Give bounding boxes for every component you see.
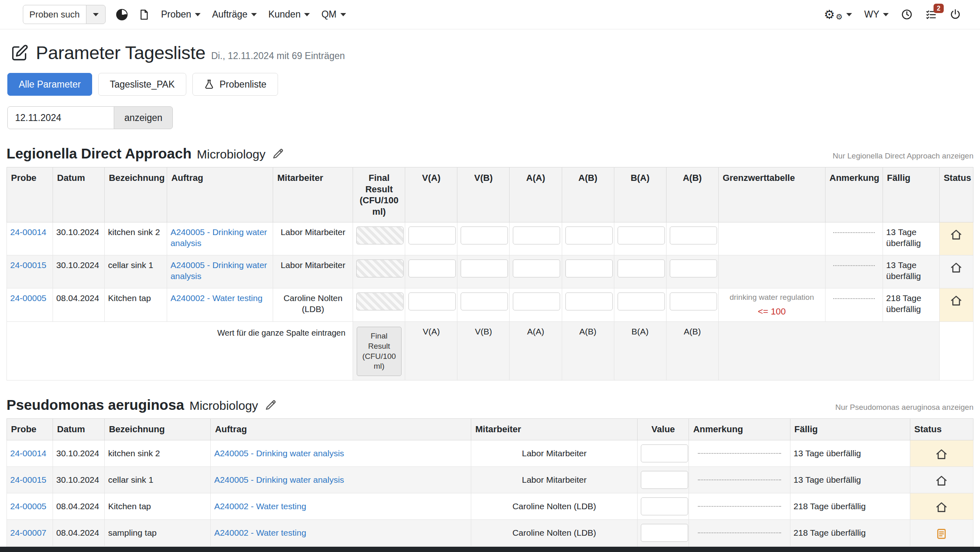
chevron-down-icon [93,13,99,16]
mitarbeiter-cell: Labor Mitarbeiter [471,440,637,466]
show-only-legionella-link[interactable]: Nur Legionella Direct Approach anzeigen [833,152,973,161]
table-header-row: Probe Datum Bezeichnung Auftrag Mitarbei… [7,167,973,222]
column-fill-label: Wert für die ganze Spalte eintragen [217,328,345,337]
power-icon[interactable] [949,9,961,20]
probenliste-button[interactable]: Probenliste [192,73,278,96]
input-aa[interactable] [513,260,560,277]
faellig-cell: 13 Tage überfällig [790,466,910,493]
input-vb[interactable] [461,260,508,277]
input-va[interactable] [408,260,456,277]
status-cell [939,288,973,322]
table-row: 24-00005 08.04.2024 Kitchen tap A240002 … [7,493,973,519]
settings-menu[interactable]: ⚙⚙ [824,8,852,21]
auftrag-link[interactable]: A240005 - Drinking water analysis [170,227,267,248]
pencil-icon[interactable] [265,399,277,411]
col-header: Auftrag [211,419,471,440]
mitarbeiter-cell: Caroline Nolten (LDB) [273,288,353,322]
value-input[interactable] [641,497,688,515]
anmerkung-field[interactable] [698,479,781,480]
probe-link[interactable]: 24-00015 [10,260,46,270]
anmerkung-field[interactable] [698,453,781,454]
auftrag-link[interactable]: A240005 - Drinking water analysis [214,449,344,458]
col-header: A(B) [562,167,614,222]
datum-cell: 30.10.2024 [53,466,105,493]
date-input[interactable] [7,106,114,129]
auftrag-link[interactable]: A240005 - Drinking water analysis [170,260,267,281]
input-ab[interactable] [565,260,613,277]
menu-qm[interactable]: QM [321,9,346,20]
probe-link[interactable]: 24-00014 [10,227,46,237]
anzeigen-button[interactable]: anzeigen [114,106,173,129]
show-only-pseudomonas-link[interactable]: Nur Pseudomonas aeruginosa anzeigen [835,403,973,412]
bezeichnung-cell: kitchen sink 2 [105,440,211,466]
value-input[interactable] [641,524,688,542]
value-input[interactable] [641,471,688,489]
anmerkung-field[interactable] [833,298,875,299]
tagesliste-pak-button[interactable]: Tagesliste_PAK [98,73,186,96]
anmerkung-field[interactable] [833,265,875,266]
value-input[interactable] [641,444,688,462]
menu-qm-label: QM [321,9,336,20]
column-fill-va: V(A) [405,322,457,380]
pencil-icon[interactable] [272,147,284,160]
anmerkung-field[interactable] [833,232,875,233]
faellig-cell: 218 Tage überfällig [790,519,910,546]
top-navbar: Proben Aufträge Kunden QM ⚙⚙ WY 2 [0,0,980,29]
faellig-cell: 13 Tage überfällig [883,255,939,288]
input-ab[interactable] [565,292,613,310]
input-ba[interactable] [618,292,665,310]
probe-link[interactable]: 24-00014 [10,449,46,458]
auftrag-link[interactable]: A240002 - Water testing [214,501,306,511]
status-cell [910,519,973,546]
col-header: Value [638,419,689,440]
page-title: Parameter Tagesliste [36,42,205,64]
input-vb[interactable] [461,227,508,244]
input-ab2[interactable] [670,292,717,310]
probe-link[interactable]: 24-00005 [10,293,46,303]
menu-proben[interactable]: Proben [161,9,201,20]
column-fill-row: Wert für die ganze Spalte eintragen Fina… [7,322,973,380]
gear-small-icon: ⚙ [836,13,843,21]
probe-link[interactable]: 24-00015 [10,475,46,484]
search-dropdown-button[interactable] [86,5,106,24]
input-ab2[interactable] [670,227,717,244]
house-icon [950,262,962,274]
input-ab[interactable] [565,227,613,244]
chevron-down-icon [883,13,889,16]
document-icon[interactable] [138,9,150,20]
clock-icon[interactable] [901,9,913,20]
input-aa[interactable] [513,292,560,310]
auftrag-link[interactable]: A240002 - Water testing [170,293,263,303]
grenzwert-cell: drinking water regulation <= 100 [718,288,825,322]
final-result-column-button[interactable]: Final Result (CFU/100 ml) [357,327,402,376]
col-header: Auftrag [167,167,273,222]
anmerkung-field[interactable] [698,532,781,533]
probe-link[interactable]: 24-00005 [10,501,46,511]
input-va[interactable] [408,227,456,244]
tasklist-icon[interactable]: 2 [925,9,937,20]
input-aa[interactable] [513,227,560,244]
pie-chart-icon[interactable] [116,9,128,20]
menu-auftraege[interactable]: Aufträge [212,9,257,20]
col-header: V(B) [457,167,510,222]
auftrag-link[interactable]: A240002 - Water testing [214,528,306,537]
search-input[interactable] [23,5,86,24]
table-row: 24-00015 30.10.2024 cellar sink 1 A24000… [7,466,973,493]
date-filter: anzeigen [7,106,973,129]
input-ab2[interactable] [670,260,717,277]
input-ba[interactable] [618,227,665,244]
menu-kunden[interactable]: Kunden [268,9,310,20]
input-ba[interactable] [618,260,665,277]
house-icon [950,295,962,307]
auftrag-link[interactable]: A240005 - Drinking water analysis [214,475,344,484]
mitarbeiter-cell: Caroline Nolten (LDB) [471,493,637,519]
user-menu[interactable]: WY [864,9,889,20]
alle-parameter-button[interactable]: Alle Parameter [7,73,92,96]
bezeichnung-cell: cellar sink 1 [105,466,211,493]
input-va[interactable] [408,292,456,310]
datum-cell: 30.10.2024 [53,440,105,466]
anmerkung-field[interactable] [698,506,781,507]
probe-link[interactable]: 24-00007 [10,528,46,537]
input-vb[interactable] [461,292,508,310]
col-header: A(A) [510,167,562,222]
